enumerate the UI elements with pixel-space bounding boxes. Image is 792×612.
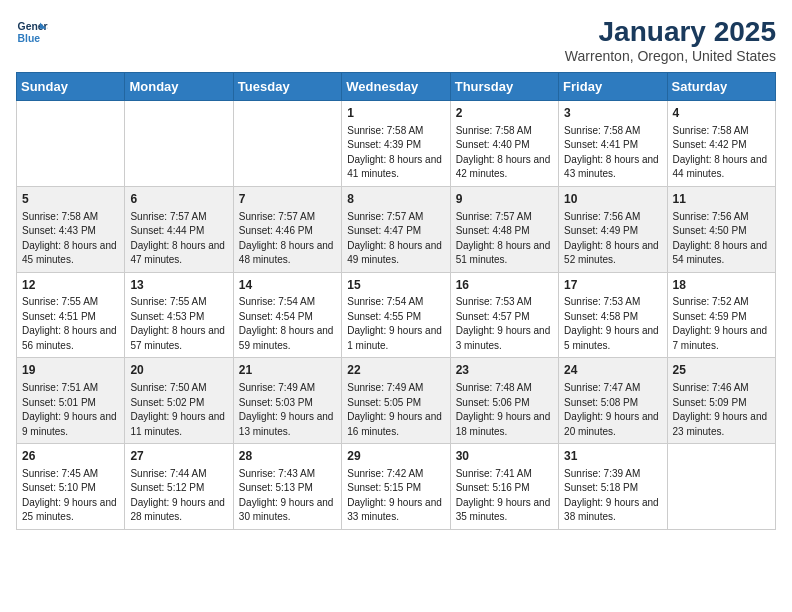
day-number: 13 [130,277,227,294]
svg-text:Blue: Blue [18,33,41,44]
day-info: Sunrise: 7:58 AM Sunset: 4:42 PM Dayligh… [673,124,770,182]
col-header-thursday: Thursday [450,73,558,101]
day-info: Sunrise: 7:50 AM Sunset: 5:02 PM Dayligh… [130,381,227,439]
calendar-week-row: 12Sunrise: 7:55 AM Sunset: 4:51 PM Dayli… [17,272,776,358]
day-number: 4 [673,105,770,122]
day-info: Sunrise: 7:45 AM Sunset: 5:10 PM Dayligh… [22,467,119,525]
col-header-saturday: Saturday [667,73,775,101]
day-number: 24 [564,362,661,379]
day-number: 18 [673,277,770,294]
day-number: 15 [347,277,444,294]
logo-icon: General Blue [16,16,48,48]
calendar-day-cell: 17Sunrise: 7:53 AM Sunset: 4:58 PM Dayli… [559,272,667,358]
day-info: Sunrise: 7:51 AM Sunset: 5:01 PM Dayligh… [22,381,119,439]
calendar-day-cell: 14Sunrise: 7:54 AM Sunset: 4:54 PM Dayli… [233,272,341,358]
calendar-day-cell: 27Sunrise: 7:44 AM Sunset: 5:12 PM Dayli… [125,444,233,530]
day-number: 19 [22,362,119,379]
calendar-week-row: 26Sunrise: 7:45 AM Sunset: 5:10 PM Dayli… [17,444,776,530]
calendar-day-cell: 10Sunrise: 7:56 AM Sunset: 4:49 PM Dayli… [559,186,667,272]
day-number: 27 [130,448,227,465]
day-number: 21 [239,362,336,379]
day-info: Sunrise: 7:57 AM Sunset: 4:47 PM Dayligh… [347,210,444,268]
col-header-wednesday: Wednesday [342,73,450,101]
day-info: Sunrise: 7:49 AM Sunset: 5:03 PM Dayligh… [239,381,336,439]
day-info: Sunrise: 7:53 AM Sunset: 4:58 PM Dayligh… [564,295,661,353]
day-info: Sunrise: 7:42 AM Sunset: 5:15 PM Dayligh… [347,467,444,525]
day-info: Sunrise: 7:57 AM Sunset: 4:46 PM Dayligh… [239,210,336,268]
col-header-monday: Monday [125,73,233,101]
page-header: General Blue January 2025 Warrenton, Ore… [16,16,776,64]
calendar-day-cell [125,101,233,187]
location-subtitle: Warrenton, Oregon, United States [565,48,776,64]
day-info: Sunrise: 7:53 AM Sunset: 4:57 PM Dayligh… [456,295,553,353]
day-info: Sunrise: 7:44 AM Sunset: 5:12 PM Dayligh… [130,467,227,525]
day-info: Sunrise: 7:55 AM Sunset: 4:53 PM Dayligh… [130,295,227,353]
col-header-friday: Friday [559,73,667,101]
day-number: 9 [456,191,553,208]
day-info: Sunrise: 7:49 AM Sunset: 5:05 PM Dayligh… [347,381,444,439]
calendar-day-cell: 20Sunrise: 7:50 AM Sunset: 5:02 PM Dayli… [125,358,233,444]
day-info: Sunrise: 7:58 AM Sunset: 4:39 PM Dayligh… [347,124,444,182]
calendar-day-cell: 7Sunrise: 7:57 AM Sunset: 4:46 PM Daylig… [233,186,341,272]
day-number: 17 [564,277,661,294]
calendar-day-cell: 22Sunrise: 7:49 AM Sunset: 5:05 PM Dayli… [342,358,450,444]
calendar-day-cell: 9Sunrise: 7:57 AM Sunset: 4:48 PM Daylig… [450,186,558,272]
calendar-day-cell: 13Sunrise: 7:55 AM Sunset: 4:53 PM Dayli… [125,272,233,358]
day-info: Sunrise: 7:46 AM Sunset: 5:09 PM Dayligh… [673,381,770,439]
calendar-table: SundayMondayTuesdayWednesdayThursdayFrid… [16,72,776,530]
day-number: 10 [564,191,661,208]
day-number: 14 [239,277,336,294]
day-info: Sunrise: 7:41 AM Sunset: 5:16 PM Dayligh… [456,467,553,525]
calendar-day-cell: 26Sunrise: 7:45 AM Sunset: 5:10 PM Dayli… [17,444,125,530]
calendar-header-row: SundayMondayTuesdayWednesdayThursdayFrid… [17,73,776,101]
day-number: 3 [564,105,661,122]
day-info: Sunrise: 7:57 AM Sunset: 4:48 PM Dayligh… [456,210,553,268]
day-number: 12 [22,277,119,294]
day-info: Sunrise: 7:39 AM Sunset: 5:18 PM Dayligh… [564,467,661,525]
day-info: Sunrise: 7:55 AM Sunset: 4:51 PM Dayligh… [22,295,119,353]
calendar-week-row: 1Sunrise: 7:58 AM Sunset: 4:39 PM Daylig… [17,101,776,187]
calendar-day-cell [17,101,125,187]
day-info: Sunrise: 7:48 AM Sunset: 5:06 PM Dayligh… [456,381,553,439]
calendar-day-cell: 4Sunrise: 7:58 AM Sunset: 4:42 PM Daylig… [667,101,775,187]
calendar-day-cell: 18Sunrise: 7:52 AM Sunset: 4:59 PM Dayli… [667,272,775,358]
calendar-day-cell: 5Sunrise: 7:58 AM Sunset: 4:43 PM Daylig… [17,186,125,272]
col-header-sunday: Sunday [17,73,125,101]
day-number: 7 [239,191,336,208]
day-number: 31 [564,448,661,465]
day-info: Sunrise: 7:54 AM Sunset: 4:54 PM Dayligh… [239,295,336,353]
calendar-week-row: 5Sunrise: 7:58 AM Sunset: 4:43 PM Daylig… [17,186,776,272]
day-number: 25 [673,362,770,379]
calendar-day-cell [667,444,775,530]
calendar-day-cell: 6Sunrise: 7:57 AM Sunset: 4:44 PM Daylig… [125,186,233,272]
day-info: Sunrise: 7:43 AM Sunset: 5:13 PM Dayligh… [239,467,336,525]
day-number: 26 [22,448,119,465]
day-info: Sunrise: 7:54 AM Sunset: 4:55 PM Dayligh… [347,295,444,353]
calendar-day-cell: 8Sunrise: 7:57 AM Sunset: 4:47 PM Daylig… [342,186,450,272]
day-info: Sunrise: 7:58 AM Sunset: 4:43 PM Dayligh… [22,210,119,268]
day-number: 30 [456,448,553,465]
calendar-day-cell [233,101,341,187]
title-block: January 2025 Warrenton, Oregon, United S… [565,16,776,64]
calendar-day-cell: 2Sunrise: 7:58 AM Sunset: 4:40 PM Daylig… [450,101,558,187]
day-info: Sunrise: 7:56 AM Sunset: 4:50 PM Dayligh… [673,210,770,268]
day-number: 2 [456,105,553,122]
day-info: Sunrise: 7:58 AM Sunset: 4:40 PM Dayligh… [456,124,553,182]
calendar-day-cell: 28Sunrise: 7:43 AM Sunset: 5:13 PM Dayli… [233,444,341,530]
calendar-day-cell: 12Sunrise: 7:55 AM Sunset: 4:51 PM Dayli… [17,272,125,358]
calendar-day-cell: 31Sunrise: 7:39 AM Sunset: 5:18 PM Dayli… [559,444,667,530]
calendar-day-cell: 3Sunrise: 7:58 AM Sunset: 4:41 PM Daylig… [559,101,667,187]
calendar-day-cell: 24Sunrise: 7:47 AM Sunset: 5:08 PM Dayli… [559,358,667,444]
calendar-day-cell: 16Sunrise: 7:53 AM Sunset: 4:57 PM Dayli… [450,272,558,358]
month-title: January 2025 [565,16,776,48]
calendar-day-cell: 21Sunrise: 7:49 AM Sunset: 5:03 PM Dayli… [233,358,341,444]
calendar-week-row: 19Sunrise: 7:51 AM Sunset: 5:01 PM Dayli… [17,358,776,444]
day-number: 11 [673,191,770,208]
day-number: 6 [130,191,227,208]
calendar-day-cell: 19Sunrise: 7:51 AM Sunset: 5:01 PM Dayli… [17,358,125,444]
calendar-day-cell: 11Sunrise: 7:56 AM Sunset: 4:50 PM Dayli… [667,186,775,272]
day-number: 29 [347,448,444,465]
calendar-day-cell: 15Sunrise: 7:54 AM Sunset: 4:55 PM Dayli… [342,272,450,358]
calendar-day-cell: 25Sunrise: 7:46 AM Sunset: 5:09 PM Dayli… [667,358,775,444]
day-number: 1 [347,105,444,122]
